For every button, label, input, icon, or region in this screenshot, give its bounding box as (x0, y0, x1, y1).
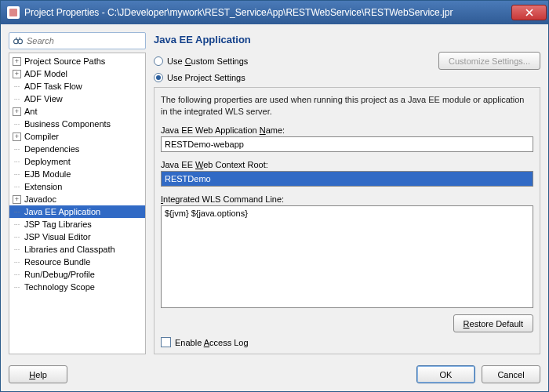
search-input[interactable] (27, 36, 142, 45)
tree-item[interactable]: ···JSP Tag Libraries (9, 218, 145, 230)
app-name-label: Java EE Web Application Name: (161, 125, 533, 135)
tree-item[interactable]: ···ADF Task Flow (9, 80, 145, 93)
tree-item[interactable]: ···Java EE Application (9, 205, 145, 218)
cmd-line-textarea[interactable]: ${jvm} ${java.options} (161, 205, 533, 308)
access-log-label: Enable Access Log (175, 338, 249, 347)
tree-item-label: Project Source Paths (24, 56, 105, 66)
tree-item[interactable]: ···JSP Visual Editor (9, 230, 145, 243)
tree-item[interactable]: +Compiler (9, 130, 145, 143)
leaf-icon: ··· (13, 95, 21, 103)
tree-item[interactable]: ···Resource Bundle (9, 256, 145, 268)
leaf-icon: ··· (13, 120, 21, 128)
use-project-label: Use Project Settings (167, 73, 245, 82)
tree-item-label: EJB Module (24, 169, 71, 179)
app-name-input[interactable] (161, 136, 533, 152)
leaf-icon: ··· (13, 158, 21, 165)
tree-item[interactable]: ···ADF View (9, 93, 145, 105)
settings-group: The following properties are used when r… (154, 87, 540, 354)
dialog-body: +Project Source Paths+ADF Model···ADF Ta… (1, 24, 548, 362)
app-icon (7, 6, 20, 19)
expand-icon[interactable]: + (13, 132, 21, 141)
tree-item-label: JSP Visual Editor (24, 232, 91, 241)
tree-item-label: Technology Scope (24, 282, 95, 292)
tree-item-label: Deployment (24, 157, 71, 166)
tree-item-label: JSP Tag Libraries (24, 220, 92, 229)
tree-item-label: Java EE Application (24, 207, 100, 216)
titlebar[interactable]: Project Properties - C:\JDeveloper\mywor… (1, 1, 548, 24)
leaf-icon: ··· (13, 170, 21, 178)
tree-item[interactable]: ···Run/Debug/Profile (9, 268, 145, 281)
cmd-line-label: Integrated WLS Command Line: (161, 194, 533, 204)
tree-item[interactable]: ···Extension (9, 180, 145, 193)
leaf-icon: ··· (13, 183, 21, 191)
use-project-row[interactable]: Use Project Settings (154, 71, 540, 84)
tree-item-label: ADF Model (24, 69, 67, 78)
tree-item[interactable]: ···EJB Module (9, 168, 145, 180)
leaf-icon: ··· (13, 208, 21, 216)
ok-button[interactable]: OK (416, 365, 475, 383)
tree-item[interactable]: ···Deployment (9, 155, 145, 168)
project-properties-dialog: Project Properties - C:\JDeveloper\mywor… (0, 0, 549, 392)
close-button[interactable] (511, 5, 547, 20)
leaf-icon: ··· (13, 258, 21, 266)
right-panel: Java EE Application Use Custom Settings … (154, 32, 540, 354)
expand-icon[interactable]: + (13, 70, 21, 78)
leaf-icon: ··· (13, 283, 21, 291)
window-title: Project Properties - C:\JDeveloper\mywor… (24, 7, 511, 18)
leaf-icon: ··· (13, 233, 21, 241)
tree-item-label: Run/Debug/Profile (24, 270, 95, 279)
restore-default-button[interactable]: Restore Default (453, 314, 533, 332)
tree-item-label: Compiler (24, 132, 59, 141)
leaf-icon: ··· (13, 145, 21, 153)
tree-item[interactable]: +ADF Model (9, 67, 145, 80)
dialog-footer: Help OK Cancel (1, 362, 548, 391)
use-custom-label: Use Custom Settings (167, 56, 248, 66)
category-tree[interactable]: +Project Source Paths+ADF Model···ADF Ta… (9, 53, 146, 354)
tree-item-label: Dependencies (24, 144, 79, 154)
customize-settings-button: Customize Settings... (438, 52, 540, 70)
tree-item[interactable]: ···Libraries and Classpath (9, 243, 145, 256)
access-log-row[interactable]: Enable Access Log (161, 337, 533, 347)
tree-item-label: Ant (24, 107, 38, 116)
tree-item[interactable]: +Project Source Paths (9, 55, 145, 67)
panel-title: Java EE Application (154, 32, 540, 50)
leaf-icon: ··· (13, 220, 21, 228)
use-custom-radio[interactable] (154, 56, 163, 66)
help-button[interactable]: Help (9, 365, 67, 383)
tree-item-label: Javadoc (24, 194, 56, 204)
tree-item-label: Resource Bundle (24, 257, 90, 267)
use-project-radio[interactable] (154, 73, 163, 82)
access-log-checkbox[interactable] (161, 337, 171, 347)
tree-item-label: Extension (24, 182, 62, 191)
tree-item-label: ADF Task Flow (24, 82, 82, 91)
left-column: +Project Source Paths+ADF Model···ADF Ta… (9, 32, 146, 354)
tree-item-label: ADF View (24, 94, 63, 103)
leaf-icon: ··· (13, 82, 21, 90)
binoculars-icon (13, 35, 24, 46)
tree-item[interactable]: ···Technology Scope (9, 281, 145, 293)
expand-icon[interactable]: + (13, 195, 21, 204)
tree-item[interactable]: +Ant (9, 105, 145, 118)
expand-icon[interactable]: + (13, 107, 21, 116)
tree-item-label: Libraries and Classpath (24, 245, 115, 254)
settings-description: The following properties are used when r… (161, 94, 533, 118)
context-root-input[interactable]: RESTDemo (161, 171, 533, 187)
search-field[interactable] (9, 32, 146, 49)
context-root-label: Java EE Web Context Root: (161, 160, 533, 169)
use-custom-row[interactable]: Use Custom Settings Customize Settings..… (154, 50, 540, 71)
tree-item[interactable]: ···Dependencies (9, 143, 145, 155)
expand-icon[interactable]: + (13, 57, 21, 66)
leaf-icon: ··· (13, 270, 21, 278)
tree-item[interactable]: ···Business Components (9, 118, 145, 130)
tree-item[interactable]: +Javadoc (9, 193, 145, 205)
cancel-button[interactable]: Cancel (482, 365, 540, 383)
leaf-icon: ··· (13, 245, 21, 253)
tree-item-label: Business Components (24, 119, 111, 129)
